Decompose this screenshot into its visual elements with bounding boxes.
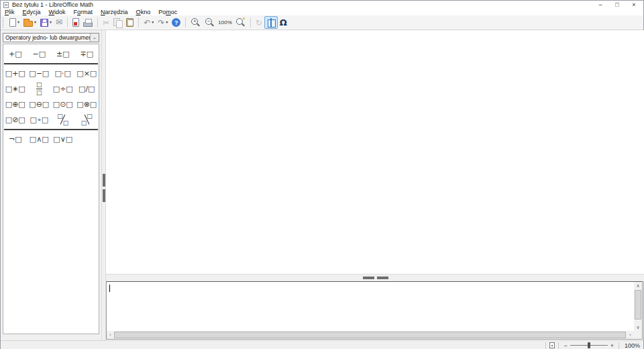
zoom-slider-track[interactable]	[570, 345, 608, 346]
elem-wideslash[interactable]: □□	[51, 112, 75, 128]
menu-okno[interactable]: Okno	[132, 9, 155, 15]
export-pdf-button[interactable]	[70, 16, 81, 29]
help-button[interactable]: ?	[170, 16, 182, 29]
chevron-down-icon[interactable]: ⌄	[90, 34, 99, 42]
zoom-icon	[235, 17, 246, 28]
statusbar-separator	[619, 342, 619, 349]
horizontal-splitter[interactable]	[106, 274, 644, 281]
elem-circled-times[interactable]: □⊗□	[75, 97, 99, 112]
vertical-scrollbar[interactable]: ∧ ∨	[634, 282, 642, 331]
menu-edycja[interactable]: Edycja	[19, 9, 45, 15]
toolbar-grip[interactable]	[3, 17, 5, 28]
minimize-button[interactable]: –	[595, 1, 606, 9]
elem-mult-times[interactable]: □×□	[75, 66, 99, 81]
command-input[interactable]	[107, 283, 633, 330]
elem-division-slash[interactable]: □/□	[75, 81, 99, 97]
statusbar-separator	[558, 342, 559, 349]
section-separator	[4, 63, 98, 64]
close-button[interactable]: ×	[629, 1, 639, 9]
chevron-down-icon[interactable]: ▾	[50, 16, 52, 29]
elem-boolean-or[interactable]: □∨□	[51, 132, 75, 147]
elem-circled-dot[interactable]: □⊙□	[51, 97, 75, 112]
zoom-slider[interactable]: − +	[564, 342, 614, 349]
paste-button[interactable]	[124, 16, 136, 29]
zoom-in-control[interactable]: +	[610, 342, 614, 349]
cut-button[interactable]: ✂	[101, 16, 111, 29]
zoom-button[interactable]	[233, 16, 248, 29]
formula-cursor-toggle[interactable]	[264, 16, 278, 29]
elem-circled-slash[interactable]: □⊘□	[3, 112, 28, 128]
category-select[interactable]: Operatory jedno- lub dwuargumentowe ⌄	[3, 33, 99, 42]
elem-mult-asterisk[interactable]: □∗□	[3, 81, 28, 97]
splitter-grip[interactable]	[103, 174, 105, 187]
elem-subtraction[interactable]: □−□	[28, 66, 52, 81]
elem-boolean-and[interactable]: □∧□	[28, 132, 52, 147]
zoom-out-control[interactable]: −	[564, 342, 567, 349]
scroll-down-icon[interactable]: ∨	[634, 323, 642, 331]
menu-widok[interactable]: Widok	[45, 9, 70, 15]
email-button[interactable]: ✉	[54, 16, 64, 29]
copy-icon	[113, 18, 122, 28]
undo-icon: ↶	[144, 18, 150, 28]
view-layout-icon[interactable]	[549, 342, 555, 348]
chevron-down-icon[interactable]: ▾	[166, 16, 168, 29]
new-document-button[interactable]: ▾	[7, 16, 21, 29]
toolbar-separator	[138, 17, 139, 28]
elem-composition[interactable]: □∘□	[28, 112, 52, 128]
elem-addition[interactable]: □+□	[3, 66, 28, 81]
splitter-grip[interactable]	[363, 277, 374, 279]
zoom-in-button[interactable]: +	[189, 16, 203, 29]
menu-format[interactable]: Format	[70, 9, 97, 15]
scroll-left-icon[interactable]: ‹	[107, 331, 114, 339]
open-button[interactable]: ▾	[21, 16, 38, 29]
formula-view[interactable]	[106, 30, 644, 274]
elem-division-fraction[interactable]: □□	[28, 81, 52, 97]
elem-circled-plus[interactable]: □⊕□	[3, 97, 28, 112]
elem-plus-minus[interactable]: ±□	[51, 46, 75, 62]
elem-division-sign[interactable]: □÷□	[51, 81, 75, 97]
chevron-down-icon[interactable]: ▾	[17, 16, 19, 29]
toolbar-separator	[250, 17, 251, 28]
horizontal-scroll-thumb[interactable]	[114, 332, 626, 338]
save-button[interactable]: ▾	[38, 16, 54, 29]
elem-circled-minus[interactable]: □⊖□	[28, 97, 52, 112]
app-window: Bez tytułu 1 - LibreOffice Math – □ × Pl…	[0, 0, 644, 349]
paste-icon	[126, 18, 133, 27]
toolbar-separator	[67, 17, 68, 28]
help-icon: ?	[172, 18, 180, 27]
elem-widebslash[interactable]: □□	[75, 112, 99, 128]
zoom-percent-label[interactable]: 100%	[623, 342, 640, 349]
zoom-out-button[interactable]: −	[203, 16, 217, 29]
elem-minus[interactable]: −□	[28, 46, 52, 62]
scrollbar-corner	[634, 331, 642, 339]
menu-plik[interactable]: Plik	[1, 9, 19, 15]
symbols-catalog-button[interactable]: Ω	[278, 16, 289, 29]
menu-pomoc[interactable]: Pomoc	[154, 9, 181, 15]
formula-cursor-icon	[267, 18, 275, 28]
copy-button[interactable]	[111, 16, 124, 29]
chevron-down-icon[interactable]: ▾	[34, 16, 36, 29]
print-button[interactable]	[81, 16, 95, 29]
splitter-grip[interactable]	[103, 189, 105, 202]
redo-button[interactable]: ↷▾	[156, 16, 170, 29]
vertical-scroll-thumb[interactable]	[635, 290, 641, 319]
scroll-up-icon[interactable]: ∧	[634, 282, 642, 289]
splitter-grip[interactable]	[377, 277, 388, 279]
scroll-right-icon[interactable]: ›	[627, 331, 634, 339]
elements-panel: Operatory jedno- lub dwuargumentowe ⌄ +□…	[1, 30, 101, 340]
elem-plus[interactable]: +□	[3, 46, 28, 62]
refresh-icon: ↻	[256, 18, 262, 28]
window-controls: – □ ×	[595, 1, 639, 9]
horizontal-scrollbar[interactable]: ‹ ›	[107, 331, 634, 339]
elem-mult-dot[interactable]: □⋅□	[51, 66, 75, 81]
menu-narzedzia[interactable]: Narzędzia	[97, 9, 132, 15]
save-icon	[40, 19, 48, 27]
undo-button[interactable]: ↶▾	[142, 16, 156, 29]
elem-minus-plus[interactable]: ∓□	[75, 46, 99, 62]
maximize-button[interactable]: □	[612, 1, 623, 9]
chevron-down-icon[interactable]: ▾	[152, 16, 154, 29]
elem-boolean-not[interactable]: ¬□	[3, 132, 28, 147]
zoom-slider-thumb[interactable]	[588, 342, 590, 348]
vertical-splitter[interactable]	[101, 30, 106, 340]
update-button[interactable]: ↻	[254, 16, 264, 29]
